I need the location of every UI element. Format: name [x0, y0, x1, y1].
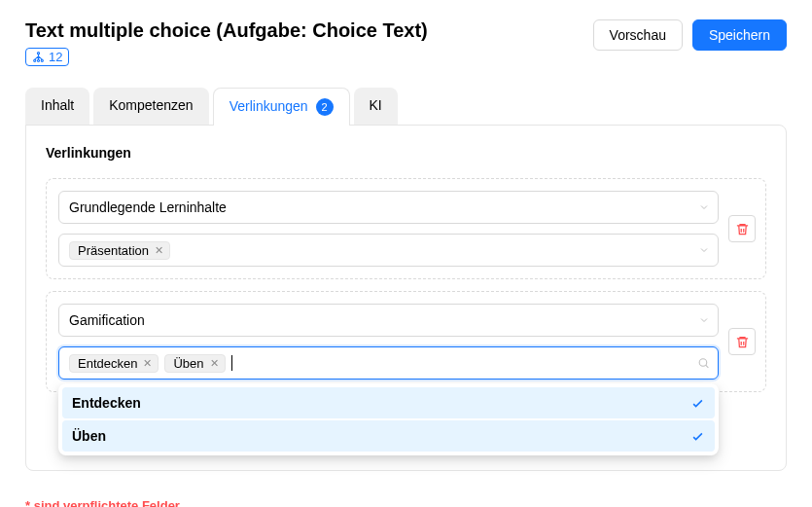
check-icon [690, 429, 705, 444]
delete-group-button[interactable] [728, 328, 756, 355]
dropdown-option-label: Üben [72, 428, 106, 444]
chevron-down-icon [698, 244, 710, 256]
category-value: Grundlegende Lerninhalte [69, 199, 227, 215]
svg-point-0 [37, 53, 39, 54]
tab-ai[interactable]: KI [354, 88, 398, 126]
tree-count-badge[interactable]: 12 [25, 48, 69, 66]
tags-dropdown: Entdecken Üben [58, 383, 719, 455]
svg-point-3 [41, 59, 43, 61]
trash-icon [735, 335, 750, 349]
tag-label: Präsentation [78, 243, 149, 258]
links-panel: Verlinkungen Grundlegende Lerninhalte Pr… [25, 125, 787, 471]
trash-icon [735, 222, 750, 236]
dropdown-option[interactable]: Üben [62, 420, 715, 452]
check-icon [690, 396, 705, 411]
tag-label: Entdecken [78, 356, 137, 371]
tag: Entdecken ✕ [69, 354, 159, 373]
tag: Präsentation ✕ [69, 241, 170, 260]
tab-links-count: 2 [316, 98, 334, 116]
chevron-down-icon [698, 201, 710, 213]
category-value: Gamification [69, 312, 145, 328]
dropdown-option-label: Entdecken [72, 395, 141, 411]
preview-button[interactable]: Vorschau [593, 19, 683, 51]
chevron-down-icon [698, 314, 710, 326]
tag: Üben ✕ [164, 354, 225, 373]
svg-point-2 [37, 59, 39, 61]
tags-select[interactable]: Entdecken ✕ Üben ✕ [58, 346, 719, 380]
tab-competencies[interactable]: Kompetenzen [93, 88, 208, 126]
tag-remove-icon[interactable]: ✕ [208, 357, 221, 370]
tag-label: Üben [173, 356, 203, 371]
svg-point-1 [34, 59, 36, 61]
category-select[interactable]: Grundlegende Lerninhalte [58, 191, 719, 224]
tree-count-value: 12 [49, 50, 62, 64]
delete-group-button[interactable] [728, 215, 756, 242]
save-button[interactable]: Speichern [692, 19, 787, 51]
svg-point-4 [699, 359, 707, 367]
link-group: Grundlegende Lerninhalte Präsentation ✕ [46, 178, 766, 279]
required-fields-note: * sind verpflichtete Felder [25, 498, 787, 507]
page-title: Text multiple choice (Aufgabe: Choice Te… [25, 19, 428, 42]
tab-links-label: Verlinkungen [229, 98, 308, 114]
tabs: Inhalt Kompetenzen Verlinkungen 2 KI [25, 88, 787, 126]
tab-links[interactable]: Verlinkungen 2 [213, 88, 350, 126]
dropdown-option[interactable]: Entdecken [62, 387, 715, 418]
link-group: Gamification Entdecken ✕ Üben ✕ [46, 291, 766, 392]
tags-select[interactable]: Präsentation ✕ [58, 234, 719, 267]
category-select[interactable]: Gamification [58, 304, 719, 337]
search-icon [697, 357, 710, 370]
tag-remove-icon[interactable]: ✕ [153, 244, 165, 257]
text-cursor [231, 355, 232, 371]
tag-remove-icon[interactable]: ✕ [141, 357, 154, 370]
tab-content[interactable]: Inhalt [25, 88, 89, 126]
tree-icon [32, 51, 45, 63]
panel-title: Verlinkungen [46, 145, 766, 161]
